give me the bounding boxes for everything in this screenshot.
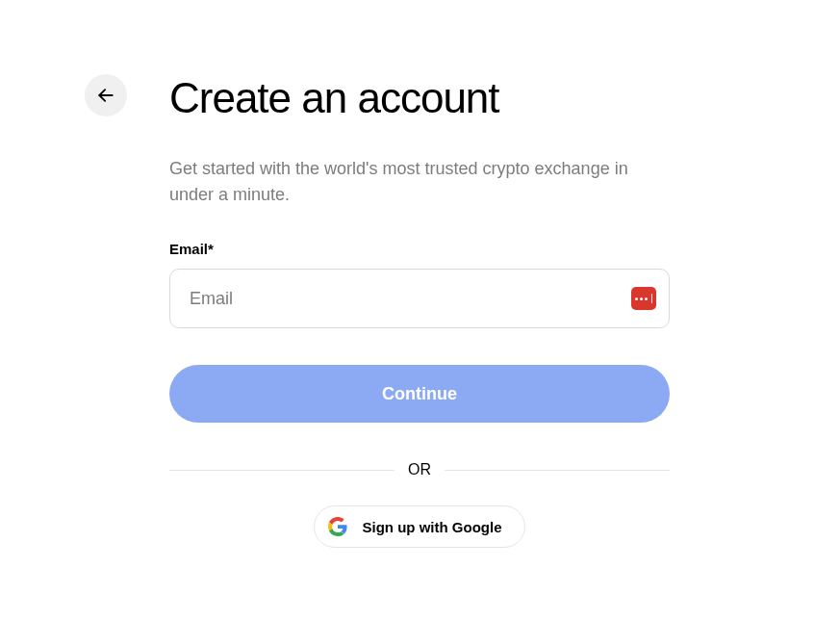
email-field[interactable] bbox=[169, 269, 670, 328]
page-subtitle: Get started with the world's most truste… bbox=[169, 156, 670, 208]
google-icon bbox=[328, 517, 347, 536]
divider: OR bbox=[169, 461, 670, 478]
email-input-wrapper bbox=[169, 269, 670, 328]
arrow-left-icon bbox=[96, 86, 115, 105]
continue-button[interactable]: Continue bbox=[169, 365, 670, 423]
page-title: Create an account bbox=[169, 75, 670, 121]
password-manager-icon[interactable] bbox=[631, 287, 656, 310]
google-signup-button[interactable]: Sign up with Google bbox=[314, 505, 526, 548]
signup-form: Create an account Get started with the w… bbox=[169, 75, 670, 548]
divider-text: OR bbox=[395, 461, 445, 478]
google-signup-label: Sign up with Google bbox=[363, 519, 502, 535]
divider-line-right bbox=[445, 470, 670, 471]
email-label: Email* bbox=[169, 241, 670, 257]
back-button[interactable] bbox=[85, 74, 127, 116]
divider-line-left bbox=[169, 470, 395, 471]
